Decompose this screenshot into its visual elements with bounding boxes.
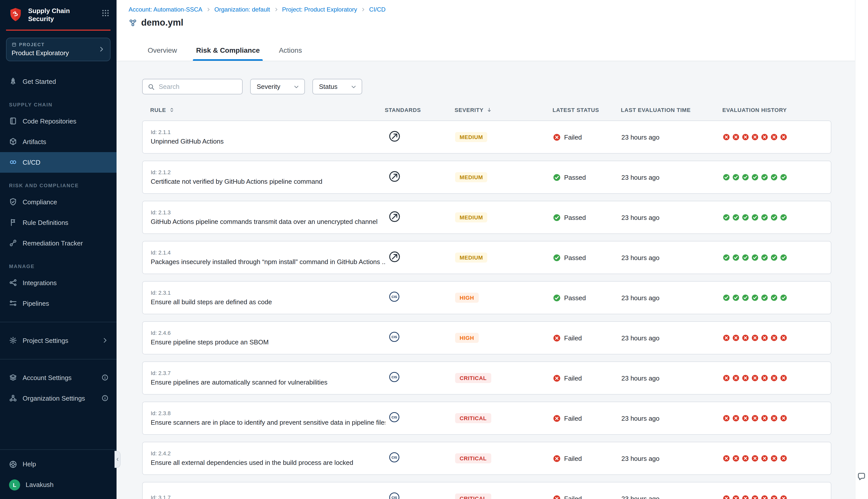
rule-cell: Id: 2.1.2Certificate not verified by Git… bbox=[151, 169, 385, 185]
column-label: STANDARDS bbox=[385, 107, 421, 113]
sidebar-item-integrations[interactable]: Integrations bbox=[0, 272, 117, 293]
rule-cell: Id: 2.1.3GitHub Actions pipeline command… bbox=[151, 209, 385, 226]
sidebar-item-ci-cd[interactable]: CI/CD bbox=[0, 152, 117, 172]
pass-icon bbox=[751, 174, 759, 181]
fail-icon bbox=[780, 455, 787, 462]
rule-row[interactable]: Id: 2.1.4Packages insecurely installed t… bbox=[142, 241, 831, 274]
fail-icon bbox=[723, 375, 730, 381]
rule-row[interactable]: Id: 2.3.8Ensure scanners are in place to… bbox=[142, 402, 831, 435]
rule-row[interactable]: Id: 2.4.2Ensure all external dependencie… bbox=[142, 442, 831, 475]
sidebar-item-label: Integrations bbox=[23, 279, 57, 287]
table-header-row: RULESTANDARDSSEVERITYLATEST STATUSLAST E… bbox=[142, 102, 831, 118]
severity-badge: HIGH bbox=[455, 293, 479, 303]
project-selector[interactable]: PROJECT Product Exploratory bbox=[6, 37, 110, 61]
severity-badge: HIGH bbox=[455, 333, 479, 343]
breadcrumb-link[interactable]: CI/CD bbox=[369, 6, 386, 13]
sidebar-item-artifacts[interactable]: Artifacts bbox=[0, 131, 117, 152]
rule-row[interactable]: Id: 2.1.2Certificate not verified by Git… bbox=[142, 161, 831, 194]
evaluation-history bbox=[723, 254, 823, 261]
severity-cell: CRITICAL bbox=[455, 494, 553, 499]
pass-icon bbox=[732, 294, 739, 301]
filter-severity[interactable]: Severity bbox=[250, 79, 305, 94]
pass-icon bbox=[761, 214, 768, 221]
evaluation-time: 23 hours ago bbox=[622, 495, 723, 499]
cis-icon: CIS bbox=[388, 371, 400, 383]
standards-cell bbox=[385, 210, 455, 224]
rule-row[interactable]: Id: 3.1.7CISCRITICALFailed23 hours ago bbox=[142, 482, 831, 499]
module-grid-icon[interactable] bbox=[101, 9, 109, 17]
breadcrumb-link[interactable]: Project: Product Exploratory bbox=[282, 6, 357, 13]
evaluation-history bbox=[723, 375, 823, 381]
sidebar-item-pipelines[interactable]: Pipelines bbox=[0, 293, 117, 314]
breadcrumb-link[interactable]: Account: Automation-SSCA bbox=[129, 6, 203, 13]
user-menu[interactable]: L Lavakush bbox=[0, 474, 117, 495]
evaluation-history bbox=[723, 134, 823, 141]
breadcrumb-link[interactable]: Organization: default bbox=[215, 6, 270, 13]
fail-icon bbox=[742, 415, 749, 422]
fail-icon bbox=[780, 415, 787, 422]
column-header-standards[interactable]: STANDARDS bbox=[385, 107, 455, 113]
status-label: Passed bbox=[564, 214, 586, 221]
rule-row[interactable]: Id: 2.3.7Ensure pipelines are automatica… bbox=[142, 362, 831, 394]
rule-id: Id: 2.3.8 bbox=[151, 410, 385, 416]
tab-risk-compliance[interactable]: Risk & Compliance bbox=[188, 42, 268, 61]
sidebar-item-organization-settings[interactable]: Organization Settings bbox=[0, 388, 117, 409]
evaluation-time: 23 hours ago bbox=[622, 173, 723, 181]
filter-status[interactable]: Status bbox=[312, 79, 362, 94]
sidebar-item-rule-definitions[interactable]: Rule Definitions bbox=[0, 212, 117, 233]
rule-row[interactable]: Id: 2.4.6Ensure pipeline steps produce a… bbox=[142, 321, 831, 354]
rule-row[interactable]: Id: 2.1.1Unpinned GitHub ActionsMEDIUMFa… bbox=[142, 121, 831, 154]
sidebar-item-compliance[interactable]: Compliance bbox=[0, 192, 117, 212]
rule-cell: Id: 2.1.1Unpinned GitHub Actions bbox=[151, 129, 385, 145]
fail-icon bbox=[732, 375, 739, 381]
column-header-rule[interactable]: RULE bbox=[150, 107, 385, 113]
sidebar-item-project-settings[interactable]: Project Settings bbox=[0, 330, 117, 351]
column-header-evaluation-history[interactable]: EVALUATION HISTORY bbox=[722, 107, 823, 113]
chevron-down-icon bbox=[293, 84, 299, 89]
sidebar: Supply Chain Security PROJECT Product Ex… bbox=[0, 0, 117, 499]
sidebar-item-account-settings[interactable]: Account Settings bbox=[0, 367, 117, 388]
fail-icon bbox=[723, 334, 730, 341]
page-title: demo.yml bbox=[141, 17, 183, 28]
column-header-last-evaluation-time[interactable]: LAST EVALUATION TIME bbox=[621, 107, 722, 113]
rule-row[interactable]: Id: 2.3.1Ensure all build steps are defi… bbox=[142, 281, 831, 314]
fail-icon bbox=[732, 134, 739, 141]
tab-overview[interactable]: Overview bbox=[140, 42, 185, 61]
sidebar-item-get-started[interactable]: Get Started bbox=[0, 71, 117, 92]
sidebar-item-label: Get Started bbox=[23, 77, 56, 85]
app: Supply Chain Security PROJECT Product Ex… bbox=[0, 0, 868, 499]
column-header-latest-status[interactable]: LATEST STATUS bbox=[553, 107, 621, 113]
project-label-row: PROJECT bbox=[12, 42, 98, 47]
latest-status: Failed bbox=[553, 454, 622, 462]
fail-icon bbox=[751, 134, 759, 141]
filter-label: Severity bbox=[257, 83, 280, 90]
sidebar-item-remediation-tracker[interactable]: Remediation Tracker bbox=[0, 233, 117, 253]
cis-icon: CIS bbox=[388, 411, 400, 423]
chat-icon[interactable] bbox=[857, 472, 866, 481]
latest-status: Failed bbox=[553, 495, 622, 499]
column-header-severity[interactable]: SEVERITY bbox=[455, 107, 553, 113]
sidebar-collapse-handle[interactable] bbox=[114, 451, 121, 468]
search-input[interactable] bbox=[159, 83, 237, 90]
severity-cell: MEDIUM bbox=[455, 212, 553, 222]
sidebar-item-help[interactable]: Help bbox=[0, 454, 117, 474]
pass-icon bbox=[742, 294, 749, 301]
rule-name: Ensure pipeline steps produce an SBOM bbox=[151, 338, 385, 346]
severity-cell: CRITICAL bbox=[455, 413, 553, 423]
yaml-pipeline-icon bbox=[129, 19, 137, 27]
fail-icon bbox=[771, 334, 777, 341]
severity-cell: HIGH bbox=[455, 293, 553, 303]
page-header: Account: Automation-SSCAOrganization: de… bbox=[117, 0, 868, 61]
fail-icon bbox=[553, 414, 560, 422]
tab-actions[interactable]: Actions bbox=[271, 42, 310, 61]
pass-icon bbox=[723, 174, 730, 181]
rule-id: Id: 2.4.2 bbox=[151, 450, 385, 456]
evaluation-time: 23 hours ago bbox=[622, 374, 723, 382]
sidebar-item-code-repositories[interactable]: Code Repositories bbox=[0, 111, 117, 131]
rule-row[interactable]: Id: 2.1.3GitHub Actions pipeline command… bbox=[142, 201, 831, 234]
rule-name: Packages insecurely installed through “n… bbox=[151, 258, 385, 266]
severity-cell: CRITICAL bbox=[455, 373, 553, 383]
fail-icon bbox=[742, 334, 749, 341]
evaluation-history bbox=[723, 334, 823, 341]
fail-icon bbox=[771, 455, 777, 462]
